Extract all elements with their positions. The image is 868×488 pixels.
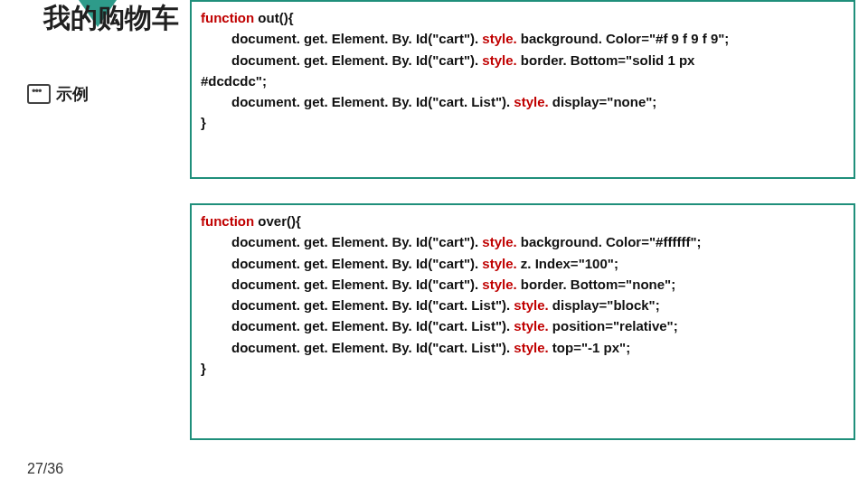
example-section: 示例 — [27, 83, 89, 105]
kw-style: style. — [514, 318, 552, 333]
kw-function: function — [201, 10, 258, 25]
code-text: position="relative"; — [552, 318, 678, 333]
code-text: display="block"; — [552, 297, 660, 313]
code-text: document. get. Element. By. Id("cart. Li… — [231, 94, 514, 109]
code-text: over(){ — [258, 213, 301, 229]
example-icon — [27, 84, 51, 104]
kw-style: style. — [482, 277, 521, 292]
page-number: 27/36 — [27, 461, 63, 477]
kw-style: style. — [514, 94, 552, 109]
code-text: background. Color="#ffffff"; — [521, 234, 702, 249]
code-text: z. Index="100"; — [521, 256, 618, 271]
kw-style: style. — [482, 52, 521, 68]
kw-style: style. — [514, 340, 552, 355]
code-text: display="none"; — [552, 94, 657, 109]
code-text: document. get. Element. By. Id("cart. Li… — [231, 297, 514, 313]
kw-style: style. — [482, 31, 521, 46]
code-text: top="-1 px"; — [552, 340, 630, 355]
code-text: } — [201, 112, 844, 133]
code-text: border. Bottom="none"; — [521, 277, 675, 292]
code-block-over: function over(){ document. get. Element.… — [190, 203, 855, 440]
code-text: document. get. Element. By. Id("cart. Li… — [231, 318, 514, 333]
code-text: document. get. Element. By. Id("cart"). — [231, 52, 482, 68]
kw-style: style. — [514, 297, 552, 313]
code-text: border. Bottom="solid 1 px — [521, 52, 695, 68]
page-title: 我的购物车 — [43, 0, 179, 37]
code-text: document. get. Element. By. Id("cart"). — [231, 277, 482, 292]
code-text: out(){ — [258, 10, 293, 25]
code-text: document. get. Element. By. Id("cart"). — [231, 256, 482, 271]
code-text: document. get. Element. By. Id("cart"). — [231, 31, 482, 46]
code-text: #dcdcdc"; — [201, 70, 844, 91]
kw-style: style. — [482, 256, 521, 271]
code-text: } — [201, 358, 844, 379]
code-text: document. get. Element. By. Id("cart. Li… — [231, 340, 514, 355]
example-label: 示例 — [56, 83, 89, 105]
kw-function: function — [201, 213, 258, 229]
code-block-out: function out(){ document. get. Element. … — [190, 0, 855, 179]
code-text: background. Color="#f 9 f 9 f 9"; — [521, 31, 730, 46]
code-text: document. get. Element. By. Id("cart"). — [231, 234, 482, 249]
kw-style: style. — [482, 234, 521, 249]
